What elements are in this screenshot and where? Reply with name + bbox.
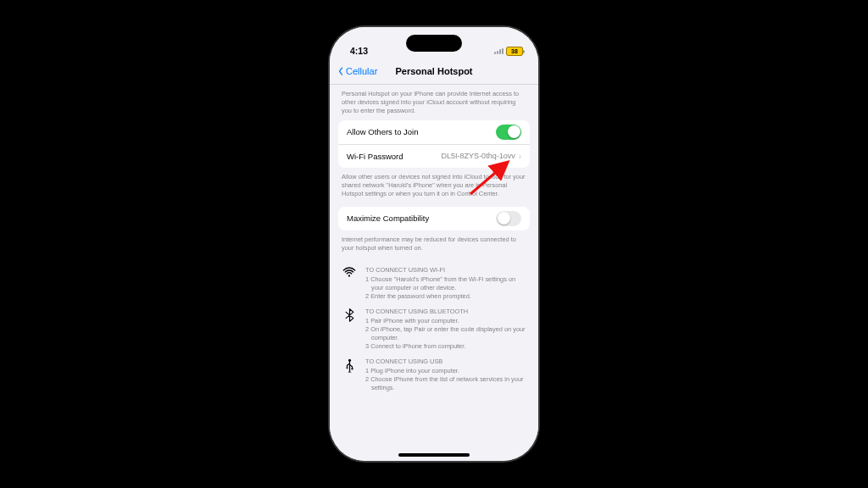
nav-bar: Cellular Personal Hotspot: [330, 58, 538, 85]
iphone-frame: 4:13 38 Cellular Personal Hotspot Person…: [330, 27, 538, 461]
page-title: Personal Hotspot: [395, 66, 472, 76]
svg-rect-3: [351, 368, 353, 369]
content: Personal Hotspot on your iPhone can prov…: [330, 85, 538, 461]
bt-inst-2: 2 On iPhone, tap Pair or enter the code …: [365, 325, 526, 342]
chevron-right-icon: ›: [519, 152, 521, 161]
compat-group: Maximize Compatibility: [338, 207, 530, 230]
allow-others-label: Allow Others to Join: [347, 127, 418, 136]
wifi-instructions: TO CONNECT USING WI-FI 1 Choose "Harold'…: [330, 261, 538, 302]
compat-hint: Internet performance may be reduced for …: [330, 230, 538, 261]
status-time: 4:13: [350, 46, 368, 56]
bluetooth-instructions: TO CONNECT USING BLUETOOTH 1 Pair iPhone…: [330, 302, 538, 352]
wifi-inst-head: TO CONNECT USING WI-FI: [365, 266, 526, 274]
wifi-password-value: DL5I-8ZYS-0thq-1ovv: [442, 152, 515, 160]
back-button[interactable]: Cellular: [337, 66, 377, 76]
usb-inst-2: 2 Choose iPhone from the list of network…: [365, 375, 526, 392]
cellular-signal-icon: [494, 48, 504, 55]
svg-point-0: [348, 274, 350, 276]
allow-others-row[interactable]: Allow Others to Join: [338, 120, 530, 144]
allow-group: Allow Others to Join Wi-Fi Password DL5I…: [338, 120, 530, 168]
maximize-compat-label: Maximize Compatibility: [347, 214, 429, 223]
maximize-compat-row[interactable]: Maximize Compatibility: [338, 207, 530, 230]
maximize-compat-toggle[interactable]: [496, 211, 521, 226]
usb-icon: [342, 358, 357, 392]
chevron-left-icon: [337, 67, 345, 75]
allow-others-toggle[interactable]: [496, 125, 521, 140]
usb-instructions: TO CONNECT USING USB 1 Plug iPhone into …: [330, 352, 538, 394]
wifi-inst-1: 1 Choose "Harold's iPhone" from the Wi-F…: [365, 275, 526, 292]
bluetooth-icon: [342, 308, 357, 351]
home-indicator[interactable]: [398, 453, 470, 457]
usb-inst-head: TO CONNECT USING USB: [365, 358, 526, 366]
svg-point-2: [346, 367, 348, 369]
back-label: Cellular: [346, 66, 377, 76]
bt-inst-3: 3 Connect to iPhone from computer.: [365, 342, 526, 351]
wifi-password-label: Wi-Fi Password: [347, 152, 403, 161]
wifi-inst-2: 2 Enter the password when prompted.: [365, 292, 526, 301]
wifi-icon: [342, 266, 357, 301]
dynamic-island: [406, 35, 462, 52]
battery-icon: 38: [506, 47, 523, 56]
wifi-password-row[interactable]: Wi-Fi Password DL5I-8ZYS-0thq-1ovv ›: [338, 144, 530, 168]
bt-inst-head: TO CONNECT USING BLUETOOTH: [365, 308, 526, 316]
usb-inst-1: 1 Plug iPhone into your computer.: [365, 367, 526, 375]
screen: 4:13 38 Cellular Personal Hotspot Person…: [330, 27, 538, 461]
allow-hint: Allow other users or devices not signed …: [330, 168, 538, 203]
intro-hint: Personal Hotspot on your iPhone can prov…: [330, 85, 538, 120]
bt-inst-1: 1 Pair iPhone with your computer.: [365, 317, 526, 325]
